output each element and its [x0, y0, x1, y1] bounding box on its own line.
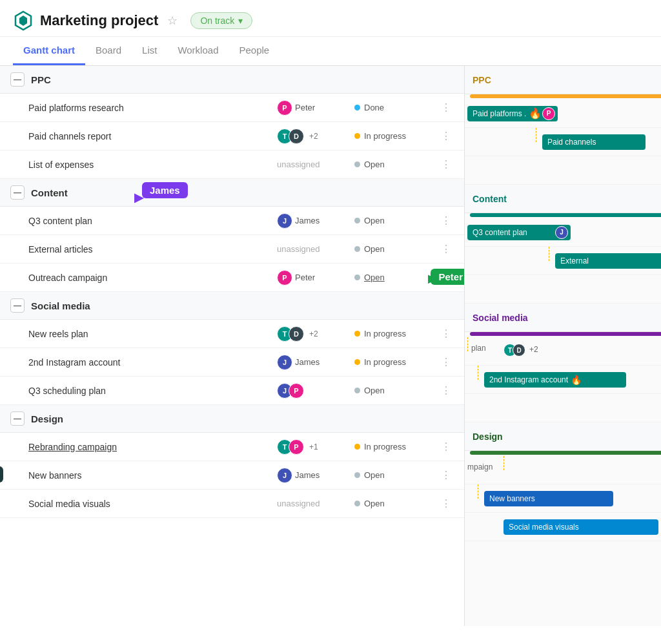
tab-workload[interactable]: Workload	[167, 37, 229, 65]
avatar: D	[289, 129, 304, 144]
chevron-down-icon: ▾	[238, 16, 243, 26]
status-cell: In progress	[354, 357, 438, 367]
more-options-button[interactable]: ⋮	[438, 243, 454, 255]
collapse-social[interactable]: —	[10, 298, 25, 313]
status-dot	[354, 472, 360, 478]
gantt-section-design: Design	[465, 422, 661, 451]
gantt-row: Social media visuals	[465, 513, 661, 541]
status-dot	[354, 133, 360, 139]
collapse-ppc[interactable]: —	[10, 72, 25, 87]
task-name: Outreach campaign	[28, 273, 277, 283]
gantt-bar-new-banners: New banners	[484, 491, 613, 506]
avatar: J	[555, 226, 568, 239]
gantt-section-content: Content	[465, 185, 661, 213]
avatar: D	[513, 344, 525, 357]
gantt-bar-paid-platforms: Paid platforms . 🔥 P	[467, 106, 558, 121]
gantt-connector	[467, 337, 468, 351]
table-row: Paid channels report T D +2 In progress …	[0, 122, 464, 151]
status-cell: Open	[354, 386, 438, 395]
gantt-bar-instagram: 2nd Instagram account 🔥	[484, 372, 626, 388]
status-dot	[354, 246, 360, 252]
gantt-design-bar	[470, 451, 661, 455]
table-row: Q3 content plan J James Open ⋮	[0, 207, 464, 235]
assignee-cell: T D +2	[277, 326, 354, 342]
section-ppc-label: PPC	[31, 74, 51, 85]
task-name: New banners	[28, 470, 277, 481]
status-dot	[354, 275, 360, 280]
more-options-button[interactable]: ⋮	[438, 497, 454, 510]
gantt-row: External	[465, 247, 661, 275]
section-content: — Content James ▶	[0, 179, 464, 207]
tab-gantt[interactable]: Gantt chart	[13, 37, 85, 65]
gantt-connector	[549, 247, 549, 261]
assignee-cell: T P +1	[277, 439, 354, 455]
more-options-button[interactable]: ⋮	[438, 327, 454, 340]
star-icon[interactable]: ☆	[167, 14, 178, 28]
tab-board[interactable]: Board	[85, 37, 132, 65]
table-row: David ▶ New banners J James Open ⋮	[0, 461, 464, 490]
james-tooltip: James	[142, 182, 188, 198]
avatar-stack: T D	[503, 344, 525, 357]
more-options-button[interactable]: ⋮	[438, 130, 454, 142]
gantt-row: plan T D +2	[465, 337, 661, 366]
avatar-stack: T D	[277, 326, 304, 342]
cursor-arrow-icon: ▶	[0, 469, 1, 481]
status-cell: Open	[354, 499, 438, 508]
status-cell: In progress	[354, 131, 438, 141]
avatar: P	[277, 100, 292, 116]
section-ppc: — PPC	[0, 66, 464, 94]
more-options-button[interactable]: ⋮	[438, 214, 454, 227]
main-layout: — PPC Paid platforms research P Peter Do…	[0, 66, 661, 626]
gantt-connector	[536, 128, 536, 142]
status-dot	[354, 331, 360, 337]
collapse-design[interactable]: —	[10, 411, 25, 426]
more-options-button[interactable]: ⋮	[438, 356, 454, 368]
task-name: Social media visuals	[28, 499, 277, 509]
gantt-bar-q3-content: Q3 content plan J	[467, 225, 571, 240]
table-row: New reels plan T D +2 In progress ⋮	[0, 320, 464, 348]
status-badge[interactable]: On track ▾	[190, 12, 252, 29]
assignee-cell: unassigned	[277, 160, 354, 169]
gantt-social-bar	[470, 332, 661, 336]
table-row: Rebranding campaign T P +1 In progress ⋮	[0, 433, 464, 461]
gantt-section-ppc: PPC	[465, 66, 661, 94]
gantt-section-social: Social media	[465, 304, 661, 332]
more-options-button[interactable]: ⋮	[438, 441, 454, 453]
more-options-button[interactable]: ⋮	[438, 384, 454, 397]
gantt-connector	[478, 366, 478, 380]
status-label: On track	[200, 16, 234, 26]
status-dot	[354, 161, 360, 167]
task-name: External articles	[28, 244, 277, 254]
cursor-arrow-icon: ▶	[428, 271, 437, 286]
app-logo	[13, 10, 34, 31]
more-options-button[interactable]: ⋮	[438, 158, 454, 171]
gantt-label: plan	[471, 344, 486, 353]
status-dot	[354, 501, 360, 506]
gantt-row	[465, 394, 661, 422]
status-cell: In progress	[354, 329, 438, 338]
gantt-bar-paid-channels: Paid channels	[542, 134, 646, 150]
svg-marker-1	[19, 16, 27, 26]
collapse-content[interactable]: —	[10, 185, 25, 200]
gantt-row: mpaign	[465, 456, 661, 484]
table-row: Social media visuals unassigned Open ⋮	[0, 490, 464, 518]
section-social-label: Social media	[31, 300, 90, 311]
tab-list[interactable]: List	[132, 37, 167, 65]
tab-people[interactable]: People	[229, 37, 280, 65]
more-options-button[interactable]: ⋮	[438, 469, 454, 481]
avatar-stack: T D	[277, 129, 304, 144]
task-name: Rebranding campaign	[28, 442, 277, 452]
status-dot	[354, 105, 360, 110]
task-name: List of expenses	[28, 160, 277, 170]
section-social: — Social media	[0, 292, 464, 320]
status-cell: Done	[354, 103, 438, 112]
more-options-button[interactable]: ⋮	[438, 101, 454, 114]
section-design: — Design	[0, 405, 464, 433]
gantt-connector	[478, 484, 478, 499]
header: Marketing project ☆ On track ▾	[0, 0, 661, 37]
task-name: Q3 content plan	[28, 216, 277, 226]
gantt-row	[465, 156, 661, 185]
status-dot	[354, 218, 360, 223]
gantt-row	[465, 275, 661, 304]
table-row: Outreach campaign P Peter Open ⋮ Peter ▶	[0, 264, 464, 292]
